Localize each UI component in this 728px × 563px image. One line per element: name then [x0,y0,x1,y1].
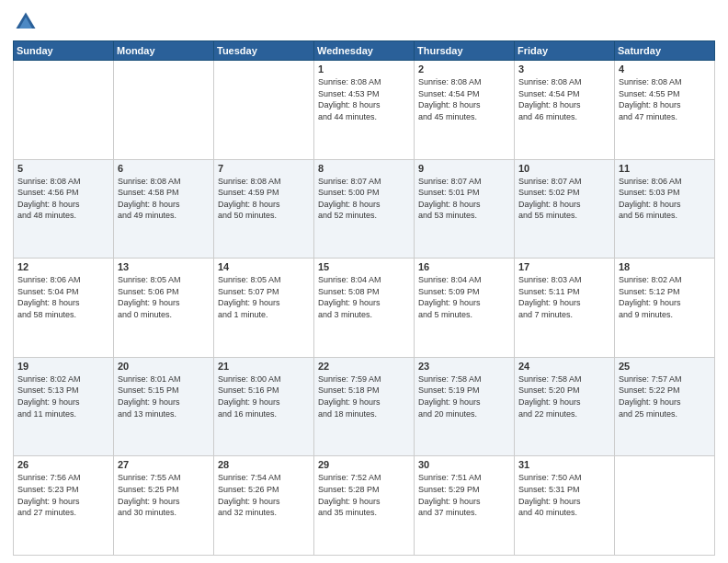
day-info: Sunrise: 8:06 AMSunset: 5:04 PMDaylight:… [17,274,109,320]
day-info: Sunrise: 8:08 AMSunset: 4:59 PMDaylight:… [218,176,310,222]
calendar-cell: 20Sunrise: 8:01 AMSunset: 5:15 PMDayligh… [114,357,214,456]
calendar-week-row: 26Sunrise: 7:56 AMSunset: 5:23 PMDayligh… [14,456,715,556]
day-number: 16 [418,261,510,272]
day-number: 13 [118,261,210,272]
day-number: 2 [418,63,510,75]
day-number: 24 [518,361,610,372]
day-number: 22 [318,361,410,372]
day-number: 25 [619,361,711,372]
logo-icon [13,9,39,35]
calendar-cell: 3Sunrise: 8:08 AMSunset: 4:54 PMDaylight… [515,61,615,160]
day-info: Sunrise: 8:08 AMSunset: 4:54 PMDaylight:… [518,76,610,122]
weekday-header-monday: Monday [114,41,214,61]
day-number: 8 [318,163,410,174]
calendar-cell: 16Sunrise: 8:04 AMSunset: 5:09 PMDayligh… [415,259,515,358]
calendar-cell [615,456,715,556]
weekday-header-friday: Friday [515,41,615,61]
calendar-cell: 9Sunrise: 8:07 AMSunset: 5:01 PMDaylight… [415,159,515,259]
day-info: Sunrise: 8:01 AMSunset: 5:15 PMDaylight:… [118,373,210,419]
day-number: 3 [518,63,610,75]
calendar-cell: 18Sunrise: 8:02 AMSunset: 5:12 PMDayligh… [615,259,715,358]
calendar-cell: 19Sunrise: 8:02 AMSunset: 5:13 PMDayligh… [14,357,114,456]
day-info: Sunrise: 8:02 AMSunset: 5:13 PMDaylight:… [17,373,109,419]
day-number: 31 [518,459,610,470]
weekday-header-wednesday: Wednesday [314,41,415,61]
calendar-cell: 5Sunrise: 8:08 AMSunset: 4:56 PMDaylight… [14,159,114,259]
header [13,9,715,35]
calendar-cell: 31Sunrise: 7:50 AMSunset: 5:31 PMDayligh… [515,456,615,556]
calendar-cell: 2Sunrise: 8:08 AMSunset: 4:54 PMDaylight… [415,61,515,160]
weekday-header-sunday: Sunday [14,41,114,61]
day-info: Sunrise: 8:08 AMSunset: 4:58 PMDaylight:… [118,176,210,222]
calendar-cell: 7Sunrise: 8:08 AMSunset: 4:59 PMDaylight… [214,159,314,259]
calendar-cell: 13Sunrise: 8:05 AMSunset: 5:06 PMDayligh… [114,259,214,358]
day-info: Sunrise: 8:08 AMSunset: 4:56 PMDaylight:… [17,176,109,222]
calendar-cell: 8Sunrise: 8:07 AMSunset: 5:00 PMDaylight… [314,159,415,259]
day-number: 14 [218,261,310,272]
day-number: 17 [518,261,610,272]
weekday-header-tuesday: Tuesday [214,41,314,61]
calendar-cell: 12Sunrise: 8:06 AMSunset: 5:04 PMDayligh… [14,259,114,358]
calendar-cell: 27Sunrise: 7:55 AMSunset: 5:25 PMDayligh… [114,456,214,556]
day-info: Sunrise: 8:00 AMSunset: 5:16 PMDaylight:… [218,373,310,419]
day-info: Sunrise: 7:50 AMSunset: 5:31 PMDaylight:… [518,472,610,518]
day-number: 20 [118,361,210,372]
day-info: Sunrise: 8:08 AMSunset: 4:54 PMDaylight:… [418,76,510,122]
weekday-header-row: SundayMondayTuesdayWednesdayThursdayFrid… [14,41,715,61]
day-number: 18 [619,261,711,272]
calendar-cell: 28Sunrise: 7:54 AMSunset: 5:26 PMDayligh… [214,456,314,556]
calendar-table: SundayMondayTuesdayWednesdayThursdayFrid… [13,40,715,556]
day-number: 6 [118,163,210,174]
day-info: Sunrise: 8:02 AMSunset: 5:12 PMDaylight:… [619,274,711,320]
day-number: 30 [418,459,510,470]
day-info: Sunrise: 8:03 AMSunset: 5:11 PMDaylight:… [518,274,610,320]
day-info: Sunrise: 7:52 AMSunset: 5:28 PMDaylight:… [318,472,410,518]
day-info: Sunrise: 7:58 AMSunset: 5:19 PMDaylight:… [418,373,510,419]
day-info: Sunrise: 8:06 AMSunset: 5:03 PMDaylight:… [619,176,711,222]
calendar-cell: 23Sunrise: 7:58 AMSunset: 5:19 PMDayligh… [415,357,515,456]
calendar-cell: 29Sunrise: 7:52 AMSunset: 5:28 PMDayligh… [314,456,415,556]
day-number: 19 [17,361,109,372]
calendar-cell: 4Sunrise: 8:08 AMSunset: 4:55 PMDaylight… [615,61,715,160]
day-info: Sunrise: 8:05 AMSunset: 5:07 PMDaylight:… [218,274,310,320]
calendar-cell: 30Sunrise: 7:51 AMSunset: 5:29 PMDayligh… [415,456,515,556]
day-number: 27 [118,459,210,470]
calendar-cell: 26Sunrise: 7:56 AMSunset: 5:23 PMDayligh… [14,456,114,556]
day-number: 1 [318,63,410,75]
day-info: Sunrise: 8:07 AMSunset: 5:00 PMDaylight:… [318,176,410,222]
weekday-header-saturday: Saturday [615,41,715,61]
calendar-cell: 11Sunrise: 8:06 AMSunset: 5:03 PMDayligh… [615,159,715,259]
calendar-cell: 1Sunrise: 8:08 AMSunset: 4:53 PMDaylight… [314,61,415,160]
calendar-cell: 22Sunrise: 7:59 AMSunset: 5:18 PMDayligh… [314,357,415,456]
day-number: 5 [17,163,109,174]
day-info: Sunrise: 8:04 AMSunset: 5:08 PMDaylight:… [318,274,410,320]
calendar-cell: 21Sunrise: 8:00 AMSunset: 5:16 PMDayligh… [214,357,314,456]
calendar-cell: 25Sunrise: 7:57 AMSunset: 5:22 PMDayligh… [615,357,715,456]
day-info: Sunrise: 7:55 AMSunset: 5:25 PMDaylight:… [118,472,210,518]
day-number: 21 [218,361,310,372]
day-number: 29 [318,459,410,470]
calendar-week-row: 5Sunrise: 8:08 AMSunset: 4:56 PMDaylight… [14,159,715,259]
day-info: Sunrise: 7:51 AMSunset: 5:29 PMDaylight:… [418,472,510,518]
day-info: Sunrise: 8:07 AMSunset: 5:01 PMDaylight:… [418,176,510,222]
calendar-cell [214,61,314,160]
calendar-cell: 10Sunrise: 8:07 AMSunset: 5:02 PMDayligh… [515,159,615,259]
day-number: 10 [518,163,610,174]
calendar-cell: 14Sunrise: 8:05 AMSunset: 5:07 PMDayligh… [214,259,314,358]
day-info: Sunrise: 8:07 AMSunset: 5:02 PMDaylight:… [518,176,610,222]
day-number: 28 [218,459,310,470]
calendar-week-row: 19Sunrise: 8:02 AMSunset: 5:13 PMDayligh… [14,357,715,456]
weekday-header-thursday: Thursday [415,41,515,61]
calendar-cell: 17Sunrise: 8:03 AMSunset: 5:11 PMDayligh… [515,259,615,358]
day-number: 26 [17,459,109,470]
day-number: 23 [418,361,510,372]
calendar-cell: 6Sunrise: 8:08 AMSunset: 4:58 PMDaylight… [114,159,214,259]
day-number: 12 [17,261,109,272]
calendar-week-row: 12Sunrise: 8:06 AMSunset: 5:04 PMDayligh… [14,259,715,358]
day-number: 4 [619,63,711,75]
day-info: Sunrise: 7:59 AMSunset: 5:18 PMDaylight:… [318,373,410,419]
day-number: 15 [318,261,410,272]
calendar-cell: 24Sunrise: 7:58 AMSunset: 5:20 PMDayligh… [515,357,615,456]
calendar-cell: 15Sunrise: 8:04 AMSunset: 5:08 PMDayligh… [314,259,415,358]
calendar-week-row: 1Sunrise: 8:08 AMSunset: 4:53 PMDaylight… [14,61,715,160]
